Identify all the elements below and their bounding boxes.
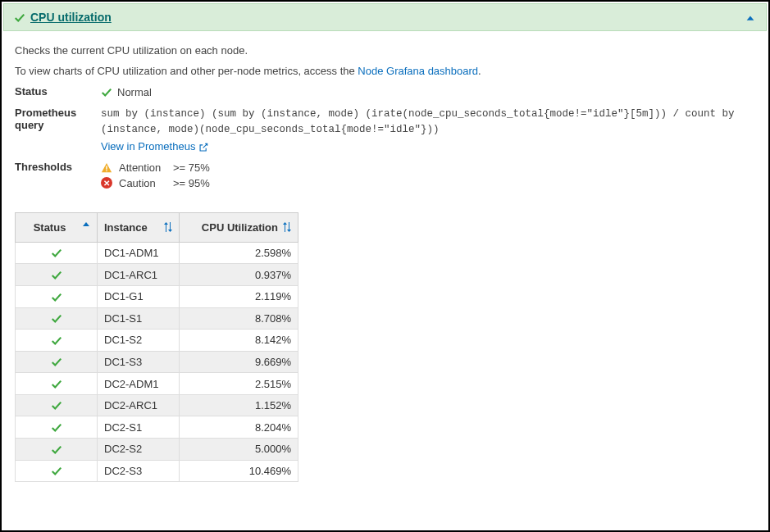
threshold-caution-label: Caution: [119, 177, 166, 189]
check-icon: [51, 421, 62, 433]
external-link-icon: [198, 140, 208, 152]
prometheus-label: Prometheus query: [15, 107, 101, 131]
panel-title[interactable]: CPU utilization: [14, 11, 112, 24]
row-cpu-cell: 2.598%: [180, 242, 298, 264]
header-cpu-text: CPU Utilization: [202, 221, 278, 234]
row-instance-cell: DC1-ARC1: [98, 264, 180, 286]
row-status-cell: [16, 286, 98, 308]
row-cpu-cell: 9.669%: [180, 351, 298, 373]
row-status-cell: [16, 394, 98, 416]
grafana-dashboard-link[interactable]: Node Grafana dashboard: [358, 65, 478, 77]
row-cpu-cell: 2.119%: [180, 286, 298, 308]
row-cpu-cell: 8.204%: [180, 416, 298, 439]
check-icon: [51, 290, 62, 302]
prometheus-value: sum by (instance) (sum by (instance, mod…: [101, 107, 755, 153]
svg-rect-1: [106, 171, 107, 171]
thresholds-label: Thresholds: [15, 161, 101, 173]
row-cpu-cell: 2.515%: [180, 373, 298, 395]
column-header-status[interactable]: Status: [16, 212, 98, 242]
row-cpu-cell: 8.708%: [180, 307, 298, 330]
table-body: DC1-ADM12.598%DC1-ARC10.937%DC1-G12.119%…: [16, 242, 298, 481]
table-row: DC2-ARC11.152%: [16, 394, 298, 416]
threshold-attention-label: Attention: [119, 161, 166, 174]
threshold-attention: Attention >= 75%: [101, 161, 755, 174]
header-status-text: Status: [34, 221, 66, 234]
prometheus-row: Prometheus query sum by (instance) (sum …: [15, 107, 755, 153]
cpu-table: Status Instance CPU Utilization: [15, 212, 298, 482]
row-cpu-cell: 5.000%: [180, 438, 298, 460]
view-in-prometheus-link[interactable]: View in Prometheus: [101, 140, 208, 152]
check-icon: [51, 247, 62, 259]
row-instance-cell: DC1-S1: [98, 307, 180, 330]
row-instance-cell: DC1-S3: [98, 351, 180, 373]
row-status-cell: [16, 242, 98, 264]
table-row: DC1-ARC10.937%: [16, 264, 298, 286]
check-icon: [51, 443, 62, 455]
description-line2: To view charts of CPU utilization and ot…: [15, 65, 755, 77]
description-suffix: .: [478, 65, 481, 77]
prometheus-query-code: sum by (instance) (sum by (instance, mod…: [101, 107, 755, 138]
row-instance-cell: DC1-G1: [98, 286, 180, 308]
collapse-icon[interactable]: [745, 11, 756, 24]
table-row: DC1-ADM12.598%: [16, 242, 298, 264]
row-status-cell: [16, 460, 98, 482]
status-value: Normal: [101, 85, 755, 98]
status-row: Status Normal: [15, 85, 755, 98]
status-label: Status: [15, 85, 101, 98]
table-row: DC1-S28.142%: [16, 330, 298, 352]
svg-rect-0: [106, 166, 107, 169]
table-header-row: Status Instance CPU Utilization: [16, 212, 298, 242]
row-instance-cell: DC2-S2: [98, 438, 180, 460]
description-prefix: To view charts of CPU utilization and ot…: [15, 65, 358, 77]
sort-asc-icon[interactable]: [82, 221, 90, 232]
row-instance-cell: DC2-ARC1: [98, 394, 180, 416]
table-row: DC2-S310.469%: [16, 460, 298, 482]
sort-icon[interactable]: [283, 221, 291, 232]
check-icon: [51, 399, 62, 412]
row-instance-cell: DC1-S2: [98, 330, 180, 352]
row-status-cell: [16, 373, 98, 395]
row-cpu-cell: 0.937%: [180, 264, 298, 286]
check-icon: [51, 268, 62, 280]
threshold-caution: ✕ Caution >= 95%: [101, 177, 755, 189]
column-header-cpu[interactable]: CPU Utilization: [180, 212, 298, 242]
table-row: DC1-G12.119%: [16, 286, 298, 308]
row-instance-cell: DC1-ADM1: [98, 242, 180, 264]
description-line1: Checks the current CPU utilization on ea…: [15, 44, 755, 57]
row-cpu-cell: 8.142%: [180, 330, 298, 352]
panel-title-text: CPU utilization: [30, 11, 112, 24]
check-icon: [51, 334, 62, 346]
row-instance-cell: DC2-S3: [98, 460, 180, 482]
sort-icon[interactable]: [164, 221, 172, 232]
table-row: DC1-S18.708%: [16, 307, 298, 330]
table-row: DC2-S25.000%: [16, 438, 298, 460]
row-status-cell: [16, 330, 98, 352]
thresholds-value: Attention >= 75% ✕ Caution >= 95%: [101, 161, 755, 189]
view-prom-text: View in Prometheus: [101, 140, 195, 152]
check-icon: [14, 11, 25, 24]
column-header-instance[interactable]: Instance: [98, 212, 180, 242]
row-cpu-cell: 1.152%: [180, 394, 298, 416]
row-status-cell: [16, 416, 98, 439]
warning-icon: [101, 161, 112, 174]
error-icon: ✕: [101, 177, 112, 189]
check-icon: [51, 377, 62, 389]
thresholds-row: Thresholds Attention >= 75% ✕ Caution >=…: [15, 161, 755, 189]
panel-header[interactable]: CPU utilization: [3, 3, 767, 31]
check-icon: [51, 312, 62, 325]
row-status-cell: [16, 438, 98, 460]
check-icon: [101, 85, 112, 98]
check-icon: [51, 465, 62, 477]
threshold-caution-value: >= 95%: [173, 177, 210, 189]
table-row: DC1-S39.669%: [16, 351, 298, 373]
row-status-cell: [16, 307, 98, 330]
check-icon: [51, 356, 62, 368]
row-instance-cell: DC2-ADM1: [98, 373, 180, 395]
row-instance-cell: DC2-S1: [98, 416, 180, 439]
panel-body: Checks the current CPU utilization on ea…: [2, 33, 768, 493]
header-instance-text: Instance: [104, 221, 148, 234]
table-row: DC2-S18.204%: [16, 416, 298, 439]
threshold-attention-value: >= 75%: [173, 161, 210, 174]
row-status-cell: [16, 351, 98, 373]
status-text: Normal: [117, 86, 152, 98]
